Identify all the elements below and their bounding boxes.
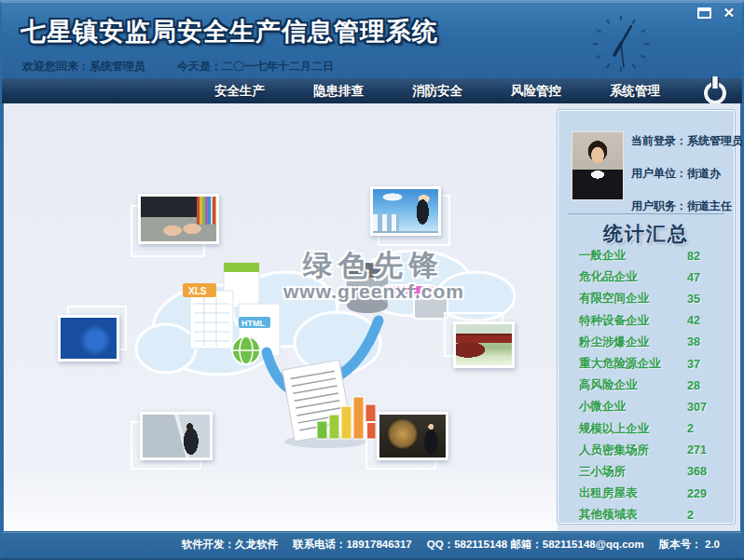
footer-qq-mail: QQ：582115148 邮箱：582115148@qq.com (427, 538, 644, 552)
stat-row-general-enterprise[interactable]: 一般企业82 (558, 245, 734, 266)
photo-businessman-with-laptop (370, 186, 441, 236)
stat-value: 42 (687, 314, 700, 327)
main-area: XLS HTML (4, 103, 558, 531)
stat-value: 35 (687, 293, 700, 306)
close-button[interactable]: ✕ (723, 6, 735, 20)
photo-man-with-lightbulb (377, 412, 448, 460)
stat-value: 47 (687, 271, 700, 284)
stat-value: 307 (687, 401, 707, 414)
navbar: 安全生产 隐患排查 消防安全 风险管控 系统管理 (2, 78, 742, 103)
power-icon (704, 82, 726, 104)
watermark-line1: 绿色先锋 (267, 251, 481, 281)
stat-row-above-scale[interactable]: 规模以上企业2 (558, 418, 734, 440)
stat-label: 人员密集场所 (579, 443, 687, 458)
app-window: 七星镇安监局安全生产信息管理系统 欢迎您回来：系统管理员 今天是：二〇一七年十二… (0, 0, 744, 560)
stat-value: 229 (687, 487, 707, 500)
welcome-text: 欢迎您回来：系统管理员 (22, 59, 145, 75)
stats-list: 一般企业82 危化品企业47 有限空间企业35 特种设备企业42 粉尘涉爆企业3… (558, 245, 734, 526)
nav-item-fire-safety[interactable]: 消防安全 (412, 83, 462, 100)
stat-value: 2 (687, 422, 694, 435)
stat-label: 有限空间企业 (579, 291, 687, 307)
svg-text:XLS: XLS (188, 286, 207, 296)
power-button[interactable] (697, 75, 733, 106)
stat-value: 2 (687, 509, 694, 522)
current-login-text: 当前登录：系统管理员 (631, 133, 743, 149)
photo-man-at-window-city (140, 412, 213, 460)
stat-value: 38 (687, 335, 700, 348)
titlebar: 七星镇安监局安全生产信息管理系统 欢迎您回来：系统管理员 今天是：二〇一七年十二… (2, 2, 742, 78)
stat-row-major-hazard-source[interactable]: 重大危险源企业37 (558, 353, 734, 375)
sidebar: 当前登录：系统管理员 用户单位：街道办 用户职务：街道主任 统计汇总 一般企业8… (558, 110, 735, 524)
nav-item-hazard-inspection[interactable]: 隐患排查 (313, 83, 364, 100)
app-title: 七星镇安监局安全生产信息管理系统 (21, 15, 438, 48)
sidebar-divider (568, 213, 724, 214)
user-unit-text: 用户单位：街道办 (631, 166, 743, 182)
stat-label: 粉尘涉爆企业 (579, 335, 687, 350)
stat-row-rental-housing[interactable]: 出租房屋表229 (558, 483, 734, 504)
stats-title: 统计汇总 (558, 221, 734, 247)
watermark: 绿色先锋 www.greenxf.com (267, 251, 481, 302)
stat-row-special-equipment[interactable]: 特种设备企业42 (558, 310, 734, 332)
footer-developer: 软件开发：久龙软件 (181, 538, 278, 552)
stat-row-confined-space[interactable]: 有限空间企业35 (558, 288, 734, 309)
stat-label: 危化品企业 (579, 269, 687, 285)
content-area: XLS HTML (4, 103, 740, 531)
stat-row-three-small-places[interactable]: 三小场所368 (558, 461, 734, 483)
stat-label: 规模以上企业 (579, 421, 687, 437)
nav-item-system-management[interactable]: 系统管理 (610, 83, 660, 100)
svg-text:HTML: HTML (241, 319, 265, 328)
stat-label: 一般企业 (579, 248, 687, 264)
stat-label: 其他领域表 (579, 507, 687, 523)
footer-version: 版本号： 2.0 (659, 538, 720, 552)
clock-icon (586, 8, 656, 79)
user-position-text: 用户职务：街道主任 (631, 198, 743, 214)
photo-typing-on-keyboard (138, 194, 219, 244)
stat-value: 271 (687, 444, 707, 457)
stat-value: 37 (687, 358, 700, 371)
footer-statusbar: 软件开发：久龙软件 联系电话：18917846317 QQ：582115148 … (2, 532, 742, 556)
stat-row-dust-explosion[interactable]: 粉尘涉爆企业38 (558, 332, 734, 353)
window-controls: ✕ (697, 6, 735, 20)
stat-row-high-risk[interactable]: 高风险企业28 (558, 375, 734, 396)
stat-label: 三小场所 (579, 464, 687, 480)
stat-label: 高风险企业 (579, 377, 687, 393)
stat-value: 368 (687, 465, 707, 478)
cloud-data-graphic: XLS HTML (134, 239, 544, 531)
stat-value: 28 (687, 379, 700, 392)
watermark-line2: www.greenxf.com (267, 281, 481, 302)
stat-label: 重大危险源企业 (579, 356, 687, 372)
footer-phone: 联系电话：18917846317 (293, 538, 412, 552)
nav-item-risk-control[interactable]: 风险管控 (511, 83, 561, 100)
close-icon: ✕ (723, 5, 735, 20)
maximize-button[interactable] (697, 7, 711, 19)
stat-label: 出租房屋表 (579, 485, 687, 501)
welcome-row: 欢迎您回来：系统管理员 今天是：二〇一七年十二月二日 (22, 59, 334, 75)
stat-row-other-fields[interactable]: 其他领域表2 (558, 504, 734, 526)
photo-globe-puzzle (58, 315, 119, 362)
stat-label: 小微企业 (579, 399, 687, 415)
stat-row-small-micro[interactable]: 小微企业307 (558, 396, 734, 417)
stat-row-crowded-places[interactable]: 人员密集场所271 (558, 440, 734, 461)
stat-label: 特种设备企业 (579, 313, 687, 329)
date-text: 今天是：二〇一七年十二月二日 (177, 59, 334, 75)
photo-red-mailbox (453, 321, 515, 368)
stat-value: 82 (687, 250, 700, 263)
stat-row-hazardous-chemicals[interactable]: 危化品企业47 (558, 266, 734, 288)
user-avatar (572, 131, 624, 200)
nav-item-safety-production[interactable]: 安全生产 (214, 83, 265, 100)
user-panel: 当前登录：系统管理员 用户单位：街道办 用户职务：街道主任 (631, 133, 743, 214)
